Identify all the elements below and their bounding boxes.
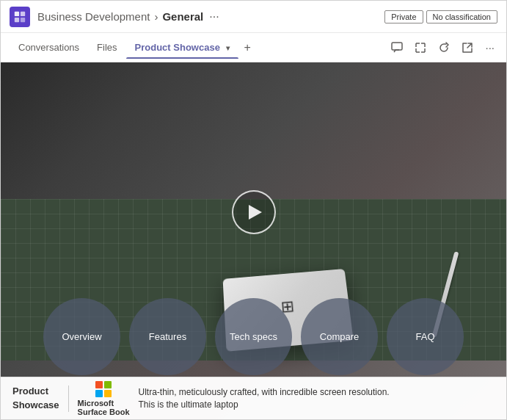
breadcrumb: Business Development › General ··· <box>37 10 384 23</box>
ms-red-square <box>95 381 103 388</box>
svg-rect-3 <box>21 17 25 21</box>
channel-name[interactable]: General <box>162 10 203 23</box>
showcase-container: ⊞ Overview Features Tech specs <box>1 62 506 419</box>
nav-faq[interactable]: FAQ <box>387 298 464 375</box>
ms-blue-square <box>95 390 103 397</box>
nav-overview[interactable]: Overview <box>43 298 120 375</box>
microsoft-logo: MicrosoftSurface Book <box>78 381 130 416</box>
popout-icon[interactable] <box>459 39 476 57</box>
play-triangle-icon <box>249 205 262 220</box>
tab-product-showcase[interactable]: Product Showcase ▾ <box>126 36 238 59</box>
breadcrumb-separator: › <box>154 10 158 23</box>
private-badge: Private <box>384 10 423 23</box>
parent-team[interactable]: Business Development <box>37 10 150 23</box>
info-divider <box>68 385 69 412</box>
nav-compare[interactable]: Compare <box>301 298 378 375</box>
tab-conversations[interactable]: Conversations <box>10 36 88 59</box>
ms-green-square <box>104 381 112 388</box>
info-bar: ProductShowcase MicrosoftSurface Book Ul… <box>1 377 506 419</box>
more-options-btn[interactable]: ··· <box>209 10 219 23</box>
product-showcase-label: ProductShowcase <box>12 385 59 411</box>
expand-icon[interactable] <box>412 39 429 57</box>
app-window: Business Development › General ··· Priva… <box>0 0 507 420</box>
nav-features[interactable]: Features <box>129 298 206 375</box>
more-options-tab-icon[interactable]: ··· <box>482 38 497 57</box>
title-actions: Private No classification <box>384 10 497 23</box>
classification-badge: No classification <box>426 10 497 23</box>
app-icon <box>10 7 30 27</box>
product-description: Ultra-thin, meticulously crafted, with i… <box>139 386 390 411</box>
ms-yellow-square <box>104 390 112 397</box>
play-button[interactable] <box>232 190 276 234</box>
svg-rect-2 <box>15 17 19 21</box>
ms-grid-icon <box>95 381 112 397</box>
main-content: ⊞ Overview Features Tech specs <box>1 62 506 419</box>
tab-bar-actions: ··· <box>388 38 497 57</box>
svg-rect-0 <box>15 11 19 15</box>
tab-bar: Conversations Files Product Showcase ▾ + <box>1 33 506 62</box>
add-tab-button[interactable]: + <box>238 35 257 60</box>
ms-brand-name: MicrosoftSurface Book <box>78 399 130 416</box>
svg-rect-1 <box>21 11 25 15</box>
title-bar: Business Development › General ··· Priva… <box>1 1 506 33</box>
nav-circles: Overview Features Tech specs Compare FAQ <box>1 298 506 375</box>
comment-icon[interactable] <box>388 39 406 57</box>
tab-files[interactable]: Files <box>88 36 125 59</box>
refresh-icon[interactable] <box>435 39 453 57</box>
svg-rect-4 <box>392 43 402 50</box>
nav-tech-specs[interactable]: Tech specs <box>215 298 292 375</box>
tab-chevron-icon: ▾ <box>226 44 230 52</box>
